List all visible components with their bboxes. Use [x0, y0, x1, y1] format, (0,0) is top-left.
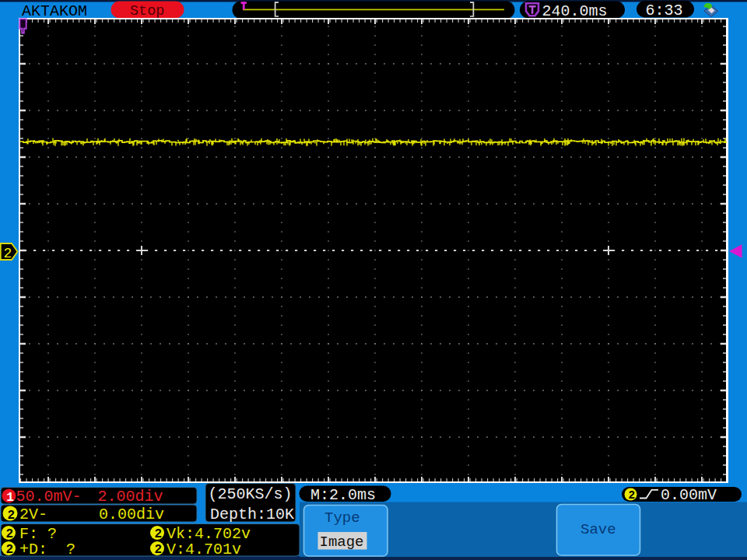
svg-text:Depth:10K: Depth:10K [210, 506, 294, 523]
svg-text:M:2.0ms: M:2.0ms [310, 486, 376, 504]
svg-text:2: 2 [6, 527, 14, 541]
svg-text:AKTAKOM: AKTAKOM [22, 2, 87, 20]
svg-text:Stop: Stop [130, 3, 164, 19]
svg-text:Image: Image [320, 534, 364, 551]
svg-text:Type: Type [324, 509, 360, 527]
svg-text:0.00mV: 0.00mV [661, 486, 717, 504]
svg-text:2: 2 [155, 527, 163, 541]
svg-text:2: 2 [4, 246, 12, 261]
svg-text:50.0mV-: 50.0mV- [16, 488, 82, 506]
svg-text:(250KS/s): (250KS/s) [209, 485, 293, 503]
svg-text:2: 2 [8, 509, 16, 523]
svg-text:1: 1 [6, 491, 14, 505]
svg-text:240.0ms: 240.0ms [542, 2, 608, 20]
svg-text:2: 2 [155, 543, 163, 557]
svg-text:V:4.701v: V:4.701v [167, 541, 241, 558]
svg-text:2: 2 [629, 489, 636, 502]
svg-text:0.00div: 0.00div [99, 506, 164, 523]
svg-text:?: ? [66, 541, 75, 558]
svg-text:+D:: +D: [19, 541, 47, 558]
svg-text:2.00div: 2.00div [98, 488, 163, 506]
svg-text:2: 2 [6, 543, 14, 557]
svg-text:6:33: 6:33 [646, 2, 683, 19]
svg-text:Save: Save [580, 521, 616, 538]
svg-text:2V-: 2V- [19, 506, 47, 523]
